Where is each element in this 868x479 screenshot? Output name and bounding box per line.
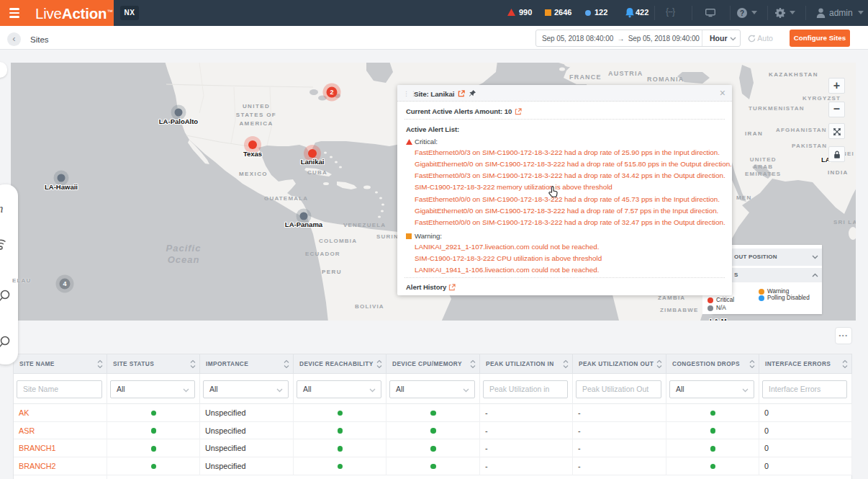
svg-text:?: ? xyxy=(740,9,744,17)
